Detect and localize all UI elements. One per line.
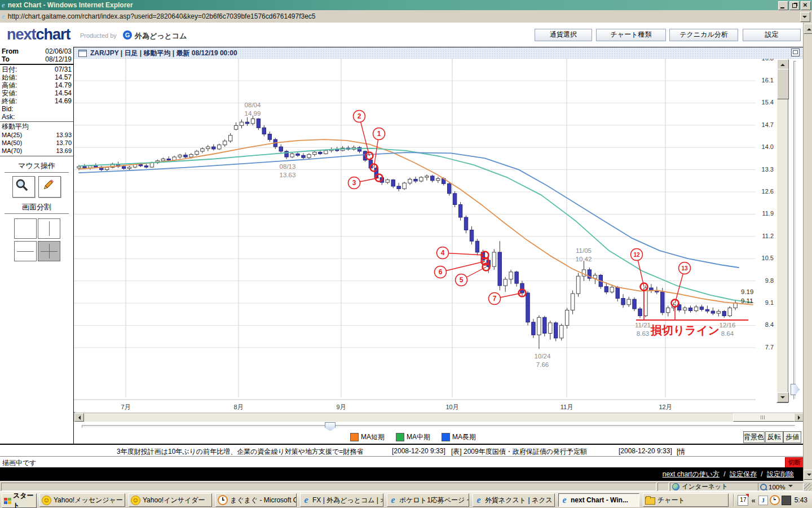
horizontal-scroll-thumb[interactable] [733, 413, 795, 422]
chevron-down-icon [802, 16, 807, 20]
nav-button-2[interactable]: チャート種類 [596, 29, 666, 41]
pane-restore-icon[interactable] [791, 49, 800, 56]
y-axis-tick: 15.4 [762, 99, 774, 106]
split-vertical-button[interactable] [38, 218, 60, 239]
info-row: 日付:07/31 [0, 65, 73, 73]
y-axis-tick: 12.6 [762, 188, 774, 195]
legend-color-swatch [442, 433, 450, 441]
clock-icon[interactable] [770, 495, 780, 505]
info-row: Ask: [0, 113, 73, 121]
news-item: 3年度財投計画は10年ぶりの前年比増、企業の資金繰り対策や地方支援で=財務省 [117, 447, 363, 457]
svg-text:6: 6 [439, 268, 443, 276]
footer-link[interactable]: 設定削除 [767, 470, 794, 478]
taskbar-button-label: Yahoo!インサイダー [143, 496, 205, 505]
y-axis-tick: 8.4 [765, 321, 774, 328]
footer-links: next chartの使い方 / 設定保存 / 設定削除 [663, 470, 794, 479]
arrow-right-icon [798, 415, 802, 420]
taskbar-button-7[interactable]: enext Chart - Win... [558, 493, 639, 507]
taskbar-button-6[interactable]: e外貨ネクスト | ネクスト... [473, 493, 555, 507]
sidebar: From02/06/03 To08/12/19 日付:07/31始値:14.57… [0, 47, 74, 444]
disconnect-button[interactable]: 切断 [785, 457, 804, 468]
minimize-button[interactable] [778, 1, 788, 10]
footer-bar: next chartの使い方 / 設定保存 / 設定削除 [0, 467, 803, 481]
price-chart: 7月8月9月10月11月12月損切りライン2134657121308/0414.… [74, 59, 756, 412]
chart-option-button-3[interactable]: 歩値 [783, 431, 801, 443]
legend-label: MA中期 [407, 432, 430, 442]
taskbar-button-2[interactable]: ☺Yahoo!インサイダー [129, 493, 212, 507]
svg-text:1: 1 [377, 130, 381, 138]
svg-text:2: 2 [358, 112, 361, 120]
svg-text:11月: 11月 [561, 404, 573, 410]
start-button[interactable]: スタート [2, 493, 37, 508]
svg-text:5: 5 [460, 276, 464, 284]
y-axis: 16.816.115.414.714.013.312.611.911.210.5… [756, 59, 775, 406]
scroll-left-button[interactable] [74, 413, 84, 422]
security-zone: インターネット [670, 483, 758, 491]
gaitame-logo-icon: G [123, 30, 132, 40]
page-icon: e [2, 12, 5, 21]
taskbar-button-5[interactable]: eポケロト1応募ページ ~... [387, 493, 469, 507]
taskbar-button-3[interactable]: まぐまぐ - Microsoft Ou... [215, 493, 297, 507]
browser-scroll-up-button[interactable] [804, 24, 812, 34]
footer-link[interactable]: next chartの使い方 [663, 470, 720, 478]
calendar-icon[interactable]: 17 [738, 495, 748, 506]
address-dropdown-button[interactable] [800, 12, 810, 22]
nav-button-1[interactable]: 通貨選択 [535, 29, 592, 41]
draw-tool-button[interactable] [38, 176, 61, 198]
taskbar-button-label: 外貨ネクスト | ネクスト... [485, 496, 555, 505]
chart-vertical-scrollbar[interactable] [776, 59, 788, 403]
footer-link[interactable]: 設定保存 [730, 470, 757, 478]
restore-button[interactable] [789, 1, 800, 10]
taskbar-button-4[interactable]: eFX | 外為どっとコム | オ... [300, 493, 383, 507]
news-item: [表] 2009年度国債・政府保証債の発行予定額 [451, 447, 587, 457]
tray-app-icon[interactable] [782, 496, 791, 505]
url-field[interactable]: http://chart.gaitame.com/rchart/index.as… [8, 12, 316, 20]
taskbar-button-8[interactable]: チャート [643, 493, 729, 507]
nav-button-4[interactable]: 設定 [743, 29, 801, 41]
svg-text:8.64: 8.64 [721, 330, 734, 337]
svg-text:08/13: 08/13 [280, 163, 296, 170]
period-slider-thumb[interactable] [325, 422, 336, 431]
news-item: [情 [677, 447, 685, 457]
y-axis-tick: 11.9 [762, 210, 774, 217]
scroll-down-button[interactable] [777, 392, 789, 402]
taskbar-button-1[interactable]: ☺Yahoo!メッセンジャー [39, 493, 125, 507]
svg-text:4: 4 [441, 249, 445, 257]
zoom-control[interactable]: 100% [758, 483, 804, 491]
zoom-tool-button[interactable] [12, 176, 35, 198]
split-single-button[interactable] [14, 218, 37, 239]
y-axis-tick: 10.5 [762, 255, 774, 261]
svg-text:9.11: 9.11 [741, 297, 753, 304]
ma-value: 13.70 [56, 139, 72, 147]
legend-item: MA長期 [442, 432, 476, 442]
vertical-scroll-thumb[interactable] [777, 69, 789, 99]
browser-scrollbar[interactable] [803, 23, 812, 481]
windows-logo-icon [4, 498, 11, 504]
app-status-row: 描画中です 切断 [0, 456, 803, 468]
vertical-slider-thumb[interactable] [791, 384, 800, 395]
chart-title: ZAR/JPY | 日足 | 移動平均 | 最新 08/12/19 00:00 [90, 49, 237, 58]
vertical-zoom-slider[interactable] [789, 59, 800, 402]
taskbar-button-label: next Chart - Win... [571, 496, 628, 504]
app-logo: nextchart [7, 26, 70, 43]
scroll-right-button[interactable] [794, 413, 804, 422]
split-quad-button[interactable] [38, 241, 60, 261]
svg-text:13.63: 13.63 [280, 172, 296, 178]
close-button[interactable] [801, 1, 811, 10]
split-horizontal-button[interactable] [14, 241, 37, 261]
java-icon[interactable]: J [758, 496, 768, 505]
chart-option-button-1[interactable]: 背景色 [743, 431, 765, 443]
svg-text:7月: 7月 [121, 404, 130, 410]
horizontal-split-icon [17, 251, 34, 252]
legend-color-swatch [350, 433, 359, 441]
y-axis-tick: 7.7 [765, 344, 774, 351]
chart-option-button-2[interactable]: 反転 [765, 431, 783, 443]
chart-horizontal-scrollbar[interactable] [74, 413, 804, 422]
nav-button-3[interactable]: テクニカル分析 [669, 29, 738, 41]
tray-collapse-button[interactable]: « [751, 496, 755, 505]
resize-grip[interactable] [804, 483, 811, 491]
scroll-up-button[interactable] [777, 59, 789, 69]
clock-icon [218, 495, 228, 505]
period-slider[interactable] [74, 422, 803, 431]
browser-scroll-down-button[interactable] [804, 470, 812, 480]
